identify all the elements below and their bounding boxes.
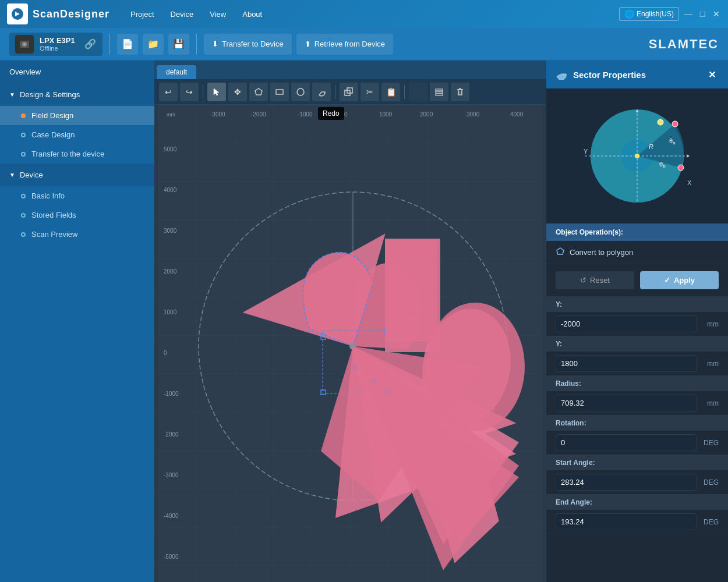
scan-preview-label: Scan Preview xyxy=(31,230,77,239)
cut-button[interactable]: ✂ xyxy=(361,83,379,101)
language-button[interactable]: 🌐 English(US) xyxy=(619,7,679,21)
move-tool-button[interactable]: ✥ xyxy=(228,83,247,101)
radius-input-row: mm xyxy=(546,391,728,415)
end-angle-input[interactable] xyxy=(556,513,697,530)
svg-text:-4000: -4000 xyxy=(164,513,179,519)
inactive-dot-3 xyxy=(21,194,26,198)
polygon-tool-button[interactable] xyxy=(249,83,268,101)
object-operations-label: Object Operation(s): xyxy=(546,223,728,241)
svg-text:Y: Y xyxy=(584,148,588,155)
delete-button[interactable]: Delete xyxy=(451,83,469,101)
device-status: Offline xyxy=(40,45,75,52)
number-button: 123 xyxy=(409,83,427,101)
open-file-button[interactable]: 📁 xyxy=(143,34,164,55)
svg-point-6 xyxy=(297,88,304,95)
rotation-unit: DEG xyxy=(701,439,719,447)
select-tool-button[interactable] xyxy=(207,83,226,101)
sidebar-device[interactable]: ▼ Device xyxy=(0,164,154,186)
rectangle-tool-button[interactable] xyxy=(270,83,289,101)
window-controls: 🌐 English(US) — □ ✕ xyxy=(619,7,721,21)
start-angle-input[interactable] xyxy=(556,474,697,491)
svg-point-69 xyxy=(635,154,639,158)
properties-panel: Sector Properties ✕ Y X xyxy=(546,61,728,582)
svg-point-71 xyxy=(678,165,684,171)
props-close-button[interactable]: ✕ xyxy=(705,68,719,81)
minimize-button[interactable]: — xyxy=(684,9,693,19)
start-angle-label: Start Angle: xyxy=(546,455,728,470)
convert-to-polygon-button[interactable]: Convert to polygon xyxy=(546,241,728,264)
end-angle-unit: DEG xyxy=(701,518,719,526)
sidebar-item-stored-fields[interactable]: Stored Fields xyxy=(0,205,154,225)
sidebar-item-basic-info[interactable]: Basic Info xyxy=(0,186,154,205)
drawing-toolbar: ↩ ↪ Redo ✥ xyxy=(154,79,546,105)
menu-about[interactable]: About xyxy=(235,8,269,21)
svg-point-70 xyxy=(672,121,678,127)
menu-view[interactable]: View xyxy=(203,8,233,21)
sidebar: Overview ▼ Design & Settings Field Desig… xyxy=(0,61,154,582)
paste-button[interactable]: 📋 xyxy=(381,83,400,101)
redo-button[interactable]: ↪ Redo xyxy=(180,83,199,101)
retrieve-button[interactable]: ⬆ Retrieve from Device xyxy=(296,34,393,55)
sector-tool-button[interactable] xyxy=(312,83,331,101)
svg-text:123: 123 xyxy=(416,90,423,95)
sidebar-item-case-design[interactable]: Case Design xyxy=(0,125,154,144)
circle-tool-button[interactable] xyxy=(291,83,310,101)
duplicate-button[interactable] xyxy=(340,83,358,101)
reset-button[interactable]: ↺ Reset xyxy=(556,271,634,289)
inactive-dot-2 xyxy=(21,152,26,157)
toolbar-separator-2 xyxy=(196,34,197,55)
tab-bar: default xyxy=(154,61,546,79)
svg-text:1000: 1000 xyxy=(379,111,393,118)
logo-text: ScanDesigner xyxy=(33,8,109,20)
design-settings-label: Design & Settings xyxy=(20,90,80,99)
maximize-button[interactable]: □ xyxy=(698,9,707,19)
chevron-down-icon-2: ▼ xyxy=(9,172,15,178)
rotation-label: Rotation: xyxy=(546,416,728,431)
draw-sep-3 xyxy=(404,85,405,99)
start-angle-input-row: DEG xyxy=(546,470,728,494)
sidebar-design-settings[interactable]: ▼ Design & Settings xyxy=(0,83,154,106)
svg-text:4000: 4000 xyxy=(164,187,177,193)
canvas-svg: 5000 4000 3000 2000 1000 0 -1000 -2000 -… xyxy=(154,105,546,582)
y2-input[interactable] xyxy=(556,355,697,372)
sidebar-item-scan-preview[interactable]: Scan Preview xyxy=(0,225,154,244)
y2-label: Y: xyxy=(546,336,728,352)
action-row: ↺ Reset ✓ Apply xyxy=(546,264,728,297)
svg-text:R: R xyxy=(649,143,653,150)
menu-bar: Project Device View About xyxy=(123,8,269,21)
toolbar-separator xyxy=(109,34,110,55)
apply-button[interactable]: ✓ Apply xyxy=(640,271,719,289)
link-icon: 🔗 xyxy=(84,38,96,49)
svg-text:-3000: -3000 xyxy=(210,111,225,118)
props-header: Sector Properties ✕ xyxy=(546,61,728,88)
new-file-button[interactable]: 📄 xyxy=(117,34,138,55)
rotation-input[interactable] xyxy=(556,434,697,451)
radius-unit: mm xyxy=(701,399,719,407)
default-tab[interactable]: default xyxy=(157,65,196,79)
close-button[interactable]: ✕ xyxy=(712,9,721,19)
svg-text:X: X xyxy=(687,179,692,186)
layers-button[interactable] xyxy=(430,83,448,101)
save-file-button[interactable]: 💾 xyxy=(168,34,189,55)
draw-sep-1 xyxy=(203,85,203,99)
sidebar-overview[interactable]: Overview xyxy=(0,61,154,83)
svg-text:0: 0 xyxy=(344,111,348,118)
grid-canvas[interactable]: 5000 4000 3000 2000 1000 0 -1000 -2000 -… xyxy=(154,105,546,582)
menu-device[interactable]: Device xyxy=(164,8,201,21)
y1-input[interactable] xyxy=(556,315,697,332)
svg-text:0: 0 xyxy=(164,350,167,356)
undo-button[interactable]: ↩ xyxy=(159,83,178,101)
transfer-button[interactable]: ⬇ Transfer to Device xyxy=(204,34,292,55)
basic-info-label: Basic Info xyxy=(31,191,65,200)
sidebar-item-field-design[interactable]: Field Design xyxy=(0,106,154,125)
svg-point-3 xyxy=(24,43,26,45)
canvas-area[interactable]: default ↩ ↪ Redo ✥ xyxy=(154,61,546,582)
sector-diagram: Y X R θa θb xyxy=(546,88,728,223)
inactive-dot-5 xyxy=(21,232,26,237)
menu-project[interactable]: Project xyxy=(123,8,161,21)
sidebar-item-transfer[interactable]: Transfer to the device xyxy=(0,144,154,164)
radius-input[interactable] xyxy=(556,395,697,411)
logo-area: ScanDesigner xyxy=(7,3,109,24)
chevron-down-icon: ▼ xyxy=(9,91,15,98)
device-info: LPX E3P1 Offline 🔗 xyxy=(9,33,103,56)
